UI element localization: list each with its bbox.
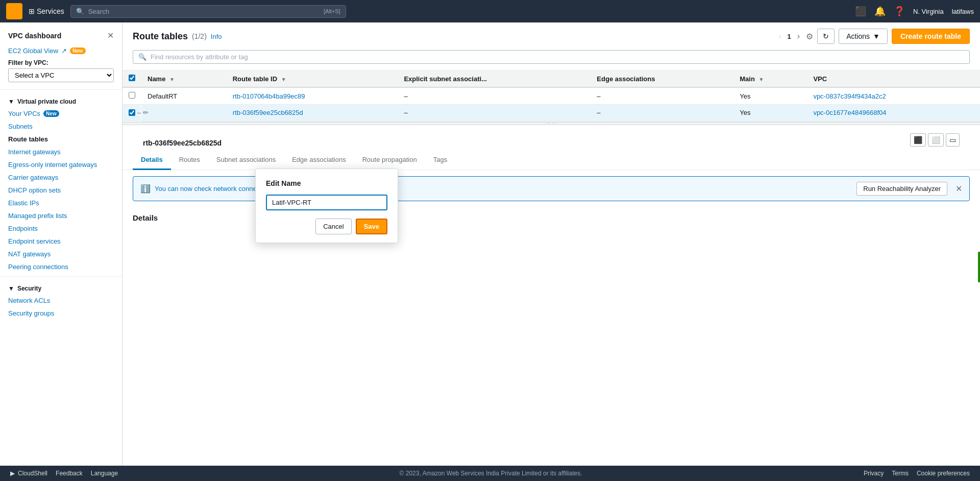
sidebar-section-vpc[interactable]: ▼ Virtual private cloud xyxy=(0,93,122,107)
run-reachability-button[interactable]: Run Reachability Analyzer xyxy=(856,182,947,196)
footer-right: Privacy Terms Cookie preferences xyxy=(864,470,970,477)
resource-search-input[interactable] xyxy=(151,53,964,61)
rtid-sort-icon[interactable]: ▼ xyxy=(281,77,286,82)
sidebar-item-peering[interactable]: Peering connections xyxy=(0,260,122,273)
panel-view-icons: ⬛ ⬜ ▭ xyxy=(900,129,970,151)
sidebar-item-elastic-ips[interactable]: Elastic IPs xyxy=(0,197,122,209)
tab-route-propagation[interactable]: Route propagation xyxy=(354,151,425,170)
prev-page-button[interactable]: ‹ xyxy=(776,31,783,42)
sidebar-item-vpcs[interactable]: Your VPCs New xyxy=(0,107,122,120)
terms-link[interactable]: Terms xyxy=(892,470,909,477)
table-row[interactable]: – ✏ rtb-036f59ee25cb6825d – – Yes xyxy=(122,105,980,122)
sidebar-item-subnets[interactable]: Subnets xyxy=(0,120,122,133)
sidebar-item-route-tables[interactable]: Route tables xyxy=(0,133,122,146)
sidebar-item-egress-only[interactable]: Egress-only internet gateways xyxy=(0,158,122,171)
row1-vpc: vpc-0837c394f9434a2c2 xyxy=(807,87,980,105)
cookie-link[interactable]: Cookie preferences xyxy=(917,470,970,477)
sidebar-item-endpoint-services[interactable]: Endpoint services xyxy=(0,235,122,248)
search-bar[interactable]: 🔍 xyxy=(133,50,970,64)
nav-right: ⬛ 🔔 ❓ N. Virginia latifaws xyxy=(855,6,974,17)
row2-vpc: vpc-0c1677e4849668f04 xyxy=(807,105,980,122)
route-tables-count: (1/2) xyxy=(192,32,207,40)
sidebar-item-internet-gw[interactable]: Internet gateways xyxy=(0,146,122,158)
name-sort-icon[interactable]: ▼ xyxy=(169,77,175,82)
cancel-button[interactable]: Cancel xyxy=(315,219,351,234)
search-shortcut: [Alt+S] xyxy=(324,8,340,14)
sidebar-item-managed-prefix[interactable]: Managed prefix lists xyxy=(0,209,122,222)
panel-view-btn2[interactable]: ⬜ xyxy=(928,133,944,147)
row1-edge: – xyxy=(591,87,733,105)
tab-routes[interactable]: Routes xyxy=(171,151,208,170)
sidebar-item-endpoints[interactable]: Endpoints xyxy=(0,222,122,235)
aws-logo xyxy=(6,3,22,19)
filter-vpc-label: Filter by VPC: xyxy=(8,59,114,66)
col-vpc: VPC xyxy=(807,70,980,87)
row2-edge: – xyxy=(591,105,733,122)
global-search[interactable]: 🔍 [Alt+S] xyxy=(70,5,346,18)
sidebar-header: VPC dashboard ✕ xyxy=(0,29,122,44)
sidebar-item-nat-gw[interactable]: NAT gateways xyxy=(0,248,122,260)
info-circle-icon: ℹ️ xyxy=(140,184,151,194)
panel-header: Route tables (1/2) Info ‹ 1 › ⚙ ↻ xyxy=(133,29,970,44)
help-icon[interactable]: ❓ xyxy=(894,6,905,17)
sidebar-item-network-acls[interactable]: Network ACLs xyxy=(0,294,122,307)
search-input[interactable] xyxy=(88,8,320,15)
main-sort-icon[interactable]: ▼ xyxy=(758,77,764,82)
region-selector[interactable]: N. Virginia xyxy=(913,8,944,15)
grid-icon: ⊞ xyxy=(29,7,35,15)
tab-subnet-associations[interactable]: Subnet associations xyxy=(208,151,284,170)
panel-view-btn1[interactable]: ⬛ xyxy=(910,133,926,147)
sidebar-close-button[interactable]: ✕ xyxy=(107,31,114,40)
terminal-icon[interactable]: ⬛ xyxy=(855,6,866,17)
row1-explicit: – xyxy=(398,87,591,105)
tab-tags[interactable]: Tags xyxy=(425,151,455,170)
info-link[interactable]: Info xyxy=(211,33,222,40)
col-name: Name ▼ xyxy=(141,70,227,87)
row1-main: Yes xyxy=(733,87,807,105)
refresh-button[interactable]: ↻ xyxy=(817,29,835,44)
sidebar-item-ec2global[interactable]: EC2 Global View ↗ New xyxy=(0,44,122,57)
detail-panel: rtb-036f59ee25cb6825d ⬛ ⬜ ▭ Details Rout… xyxy=(122,125,980,482)
panel-view-btn3[interactable]: ▭ xyxy=(946,133,960,147)
ec2-external-icon: ↗ xyxy=(61,47,67,55)
search-bar-icon: 🔍 xyxy=(138,53,146,61)
feedback-link[interactable]: Feedback xyxy=(56,470,83,477)
tab-details[interactable]: Details xyxy=(133,151,171,170)
row1-name: DefaultRT xyxy=(141,87,227,105)
detail-content: Details xyxy=(122,207,980,234)
sidebar-item-dhcp[interactable]: DHCP option sets xyxy=(0,184,122,197)
row1-checkbox[interactable] xyxy=(129,92,135,99)
table-settings-icon[interactable]: ⚙ xyxy=(806,32,813,41)
cloudshell-button[interactable]: ▶ CloudShell xyxy=(10,470,47,477)
col-main: Main ▼ xyxy=(733,70,807,87)
row2-edit-icon[interactable]: ✏ xyxy=(143,109,149,116)
select-all-checkbox[interactable] xyxy=(129,75,135,81)
sidebar-section-security[interactable]: ▼ Security xyxy=(0,280,122,294)
services-menu[interactable]: ⊞ Services xyxy=(29,7,64,15)
close-banner-button[interactable]: ✕ xyxy=(955,184,962,194)
sidebar-title: VPC dashboard xyxy=(8,32,61,40)
table-row[interactable]: DefaultRT rtb-0107064b4ba99ec89 – – Yes … xyxy=(122,87,980,105)
row2-checkbox[interactable] xyxy=(129,109,135,116)
save-button[interactable]: Save xyxy=(356,219,387,234)
green-indicator xyxy=(978,252,980,282)
edit-name-popup: Edit Name Cancel Save xyxy=(255,169,398,243)
next-page-button[interactable]: › xyxy=(795,31,802,42)
page-number: 1 xyxy=(788,33,791,40)
language-link[interactable]: Language xyxy=(91,470,118,477)
privacy-link[interactable]: Privacy xyxy=(864,470,884,477)
bell-icon[interactable]: 🔔 xyxy=(874,6,886,17)
tab-edge-associations[interactable]: Edge associations xyxy=(284,151,354,170)
col-route-table-id: Route table ID ▼ xyxy=(227,70,398,87)
user-menu[interactable]: latifaws xyxy=(952,8,974,15)
sidebar-item-carrier-gw[interactable]: Carrier gateways xyxy=(0,171,122,184)
edit-name-input[interactable] xyxy=(266,195,387,210)
main-content: Route tables (1/2) Info ‹ 1 › ⚙ ↻ xyxy=(122,22,980,481)
row2-main: Yes xyxy=(733,105,807,122)
ec2-new-badge: New xyxy=(70,47,86,54)
sidebar-item-security-groups[interactable]: Security groups xyxy=(0,307,122,320)
actions-button[interactable]: Actions ▼ xyxy=(839,29,888,44)
create-route-table-button[interactable]: Create route table xyxy=(892,29,970,44)
filter-vpc-select[interactable]: Select a VPC xyxy=(8,68,114,82)
col-edge-assoc: Edge associations xyxy=(591,70,733,87)
